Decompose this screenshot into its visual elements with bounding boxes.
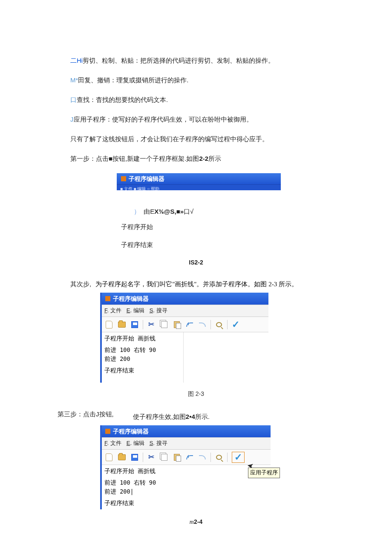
code-end: 子程序结束: [121, 240, 281, 250]
redo-button[interactable]: [197, 452, 208, 463]
open-icon: [118, 454, 126, 460]
copy-button[interactable]: [159, 319, 170, 330]
code-area[interactable]: 子程序开始 画折线 前进 100 右转 90 前进 200| 子程序结束: [102, 465, 271, 509]
redo-button[interactable]: [197, 319, 208, 330]
code-line: 前进 100 右转 90: [104, 346, 181, 355]
code-line: 子程序结束: [104, 499, 268, 508]
window-title: 子程序编辑器: [113, 294, 149, 303]
figure-2-4: 子程序编辑器 F. 文件 E. 编辑 S. 搜寻 ✂ ✓ ➤ 应用子程序 子程序…: [100, 425, 271, 509]
open-icon: [118, 322, 126, 328]
figure-2-2: 子程序编辑器 ■ 文件 ■ 编辑 ○ 帮助 ） 由EX⅜@S,■»口√ 子程序开…: [117, 173, 281, 250]
undo-icon: [186, 323, 193, 327]
undo-button[interactable]: [184, 319, 195, 330]
save-button[interactable]: [129, 319, 140, 330]
fig22-body: ） 由EX⅜@S,■»口√ 子程序开始 子程序结束: [117, 190, 281, 250]
menubar[interactable]: F. 文件 E. 编辑 S. 搜寻: [102, 437, 271, 450]
cut-button[interactable]: ✂: [146, 452, 157, 463]
window-title: 子程序编辑器: [129, 174, 164, 183]
code-begin: 子程序开始: [121, 222, 281, 232]
paste-button[interactable]: [171, 452, 182, 463]
toolbar: ✂ ✓ ➤ 应用子程序: [102, 450, 271, 465]
caption-2-3: 图 2-3: [70, 389, 322, 398]
figure-2-3: 子程序编辑器 F. 文件 E. 编辑 S. 搜寻 ✂ ✓ 子程序开始 画折线 前…: [100, 293, 268, 382]
search-button[interactable]: [213, 319, 225, 330]
toolbar-separator: [210, 320, 211, 329]
new-button[interactable]: [104, 452, 115, 463]
open-button[interactable]: [116, 452, 127, 463]
window-titlebar[interactable]: 子程序编辑器: [117, 173, 281, 184]
menu-file[interactable]: F. 文件: [104, 306, 121, 315]
prefix-box: 口: [70, 96, 77, 103]
undo-button[interactable]: [184, 452, 195, 463]
copy-icon: [161, 321, 167, 328]
menubar[interactable]: F. 文件 E. 编辑 S. 搜寻: [102, 305, 268, 317]
cut-button[interactable]: ✂: [146, 319, 157, 330]
apply-button[interactable]: ✓: [230, 319, 241, 330]
code-line: 前进 200|: [104, 487, 268, 496]
step1-figref: 2-2: [199, 155, 208, 162]
code-area[interactable]: 子程序开始 画折线 前进 100 右转 90 前进 200 子程序结束: [102, 332, 184, 383]
prefix-j: J: [70, 116, 74, 123]
toolbar-separator: [143, 453, 143, 462]
cut-icon: ✂: [148, 319, 154, 330]
toolbar-separator: [210, 453, 211, 462]
tooltip-apply: 应用子程序: [248, 468, 280, 478]
step3-right: 使子程序生效,如图2•4所示.: [133, 409, 322, 422]
code-line: 子程序结束: [104, 366, 181, 375]
step2-right: 为子程序起名字，我们叫它"画折线"。并添加子程序体。如图 2-3 所示。: [95, 279, 322, 289]
search-button[interactable]: [213, 452, 225, 463]
save-button[interactable]: [129, 452, 140, 463]
garbled-line: ） 由EX⅜@S,■»口√: [134, 206, 193, 217]
step1-end: 所示: [208, 155, 221, 162]
check-icon: ✓: [234, 450, 242, 465]
window-titlebar[interactable]: 子程序编辑器: [102, 293, 268, 305]
apply-button-highlighted[interactable]: ✓: [232, 452, 245, 463]
menu-search[interactable]: S. 搜寻: [150, 439, 167, 448]
search-icon: [216, 455, 222, 460]
menu-edit[interactable]: E. 编辑: [127, 306, 144, 315]
save-icon: [131, 454, 138, 461]
copy-button[interactable]: [159, 452, 170, 463]
step2-left: 其次步,: [70, 279, 91, 289]
code-line: 前进 200: [104, 355, 181, 363]
menu-file[interactable]: F. 文件: [104, 439, 121, 448]
menu-search[interactable]: S. 搜寻: [150, 306, 167, 315]
open-button[interactable]: [116, 319, 127, 330]
save-icon: [131, 321, 138, 328]
paste-icon: [174, 321, 180, 328]
code-line: 子程序开始 画折线: [104, 467, 268, 476]
text-apply-sub: 应用子程序：使写好的子程序代码生效，可以在吩咐中被御用。: [74, 116, 253, 123]
caption-2-4: m2-4: [70, 517, 322, 527]
para-step1: 第一步：点击■按钮,新建一个子程序框架.如图2-2所示: [70, 154, 322, 164]
caption-2-2: IS2-2: [70, 258, 322, 267]
code-line: 子程序开始 画折线: [104, 334, 181, 343]
text-cut-copy-paste: 剪切、粒制、粘贴：把所选择的代码进行剪切、发制、粘贴的操作。: [83, 57, 274, 64]
menu-edit[interactable]: E. 编辑: [127, 439, 144, 448]
toolbar: ✂ ✓: [102, 317, 268, 332]
undo-icon: [186, 455, 193, 459]
code-line: 前进 100 右转 90: [104, 478, 268, 487]
app-icon: [121, 176, 126, 181]
cut-icon: ✂: [148, 451, 154, 463]
step1-text: 第一步：点击■按钮,新建一个子程序框架.如图: [70, 155, 199, 162]
para-apply-sub: J应用子程序：使写好的子程序代码生效，可以在吩咐中被御用。: [70, 114, 322, 125]
toolbar-separator: [143, 320, 143, 329]
step3-row: 第三步：点击J按钮, 使子程序生效,如图2•4所示.: [58, 409, 322, 422]
new-icon: [106, 321, 112, 328]
app-icon: [105, 429, 110, 434]
para-cut-copy-paste: 二Hi剪切、粒制、粘贴：把所选择的代码进行剪切、发制、粘贴的操作。: [70, 55, 322, 66]
prefix-m: M*: [70, 76, 78, 84]
step3-left: 第三步：点击J按钮,: [58, 409, 114, 419]
paste-button[interactable]: [171, 319, 182, 330]
new-icon: [106, 453, 112, 461]
para-search: 口查找：杳找的想要找的代码文本.: [70, 95, 322, 105]
paste-icon: [174, 454, 180, 461]
window-titlebar[interactable]: 子程序编辑器: [102, 425, 271, 437]
menubar-stub[interactable]: ■ 文件 ■ 编辑 ○ 帮助: [117, 184, 281, 190]
text-undo-redo: 田复、撤销：理复或掇销所进行的操作.: [78, 76, 188, 84]
new-button[interactable]: [104, 319, 115, 330]
search-icon: [216, 322, 222, 327]
copy-icon: [161, 454, 167, 461]
check-icon: ✓: [232, 317, 239, 332]
toolbar-separator: [227, 453, 228, 462]
